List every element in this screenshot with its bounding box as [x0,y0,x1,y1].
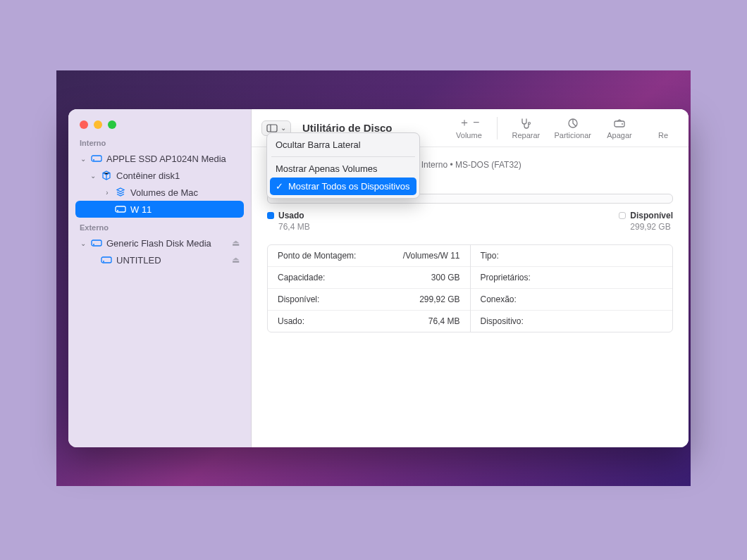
info-table: Ponto de Montagem:/Volumes/W 11 Capacida… [267,244,673,332]
sidebar-item-mac-volumes[interactable]: › Volumes de Mac [75,184,244,201]
volumes-icon [115,187,126,198]
menu-separator [271,156,415,157]
toolbar-label: Volume [456,131,482,139]
partition-button[interactable]: Particionar [554,117,591,139]
chevron-down-icon: ⌄ [280,124,286,132]
menu-item-hide-sidebar[interactable]: Ocultar Barra Lateral [270,136,416,154]
swatch-free-icon [619,212,626,219]
container-icon [101,170,112,181]
legend-label: Usado [278,211,304,220]
info-key: Ponto de Montagem: [278,251,356,261]
disk-icon [91,153,102,164]
sidebar-item-label: Generic Flash Disk Media [106,238,211,249]
view-options-menu: Ocultar Barra Lateral Mostrar Apenas Vol… [266,132,420,199]
menu-item-show-volumes[interactable]: Mostrar Apenas Volumes [270,160,416,178]
info-key: Proprietários: [481,273,531,282]
swatch-used-icon [267,212,274,219]
sidebar-item-label: APPLE SSD AP1024N Media [106,154,226,164]
close-icon[interactable] [80,120,88,129]
chevron-down-icon[interactable]: ⌄ [80,239,87,247]
eject-icon[interactable]: ⏏ [232,255,240,265]
sidebar-toggle-icon [266,124,278,132]
legend-used: Usado 76,4 MB [267,211,310,232]
legend-label: Disponível [630,211,673,220]
erase-button[interactable]: Apagar [604,117,635,139]
sidebar-section-external: Externo [80,223,244,232]
toolbar-label: Reparar [512,131,541,139]
sidebar-item-label: Contêiner disk1 [116,170,180,181]
sidebar-item-label: W 11 [130,204,152,215]
zoom-icon[interactable] [108,120,116,129]
sidebar-section-internal: Interno [80,139,244,147]
info-key: Dispositivo: [481,316,524,326]
disk-icon [101,254,112,266]
plus-minus-icon: ＋ − [459,117,480,130]
info-key: Conexão: [481,294,517,304]
info-key: Usado: [278,316,304,326]
legend-value: 299,92 GB [630,222,673,232]
disk-icon [91,237,102,249]
chevron-right-icon[interactable]: › [104,189,111,197]
chevron-down-icon[interactable]: ⌄ [80,155,87,163]
sidebar-item-w11[interactable]: W 11 [75,201,244,218]
volume-button[interactable]: ＋ − Volume [453,117,484,139]
svg-rect-6 [101,257,111,263]
sidebar-item-untitled[interactable]: UNTITLED ⏏ [75,251,244,268]
svg-rect-8 [267,125,277,132]
menu-item-show-all-devices[interactable]: ✓ Mostrar Todos os Dispositivos [270,178,416,195]
window-controls [80,120,244,129]
toolbar-label: Particionar [554,131,591,139]
legend-free: Disponível 299,92 GB [619,211,673,232]
erase-icon [613,117,626,130]
first-aid-button[interactable]: Reparar [510,117,541,139]
svg-point-13 [622,123,623,125]
info-key: Capacidade: [278,273,325,282]
checkmark-icon: ✓ [276,181,284,192]
sidebar-item-label: UNTITLED [116,255,161,266]
disk-icon [115,204,126,215]
chevron-down-icon[interactable]: ⌄ [89,172,97,180]
info-value: 299,92 GB [419,294,459,304]
minimize-icon[interactable] [94,120,102,129]
legend-value: 76,4 MB [278,222,310,232]
divider [497,117,498,139]
restore-button[interactable]: Re [648,117,679,139]
sidebar-item-container-disk1[interactable]: ⌄ Contêiner disk1 [75,167,244,184]
info-value: 76,4 MB [428,316,460,326]
sidebar-item-apple-ssd[interactable]: ⌄ APPLE SSD AP1024N Media [75,150,244,167]
pie-icon [567,117,579,130]
info-key: Tipo: [481,251,499,261]
info-value: /Volumes/W 11 [403,251,460,261]
eject-icon[interactable]: ⏏ [232,238,240,248]
svg-rect-2 [116,206,125,212]
sidebar-item-generic-flash[interactable]: ⌄ Generic Flash Disk Media ⏏ [75,235,244,251]
sidebar-item-label: Volumes de Mac [130,187,198,198]
stethoscope-icon [519,117,532,130]
svg-rect-4 [92,240,101,246]
toolbar-label: Re [658,131,668,139]
info-value: 300 GB [431,273,460,282]
svg-rect-0 [92,156,101,161]
sidebar: Interno ⌄ APPLE SSD AP1024N Media ⌄ Cont… [68,109,252,447]
info-key: Disponível: [278,294,319,304]
menu-item-label: Mostrar Todos os Dispositivos [288,181,409,192]
svg-point-10 [529,122,531,124]
toolbar-label: Apagar [607,131,631,139]
